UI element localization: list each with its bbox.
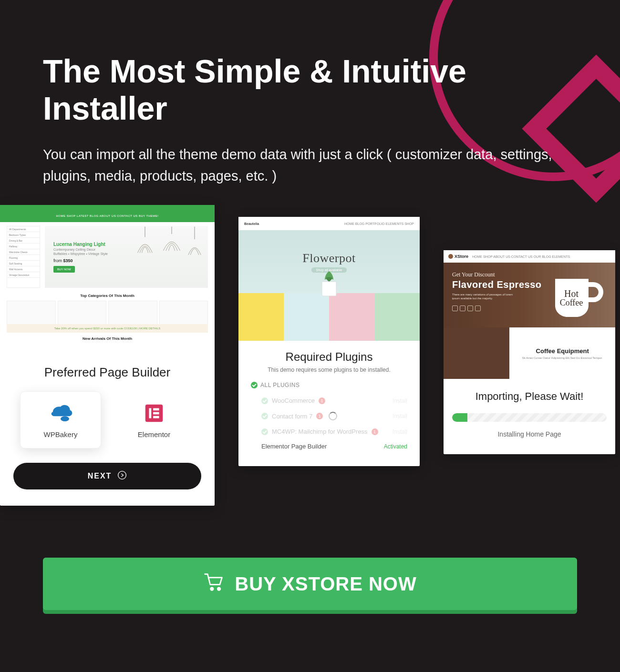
- sidebar-item: Soft Seating: [7, 261, 40, 266]
- category-tile: [58, 301, 107, 325]
- next-button[interactable]: NEXT: [13, 463, 201, 489]
- hero-product-sub: Contemporary Ceiling Decor: [53, 248, 108, 251]
- preview-nav: HOME SHOP LATEST BLOG ABOUT US CONTACT U…: [0, 210, 215, 222]
- svg-point-14: [211, 587, 214, 590]
- card3-title: Importing, Please Wait!: [452, 390, 607, 403]
- coffee-mug-icon: Hot Coffee: [547, 274, 604, 322]
- badge: 1: [372, 428, 378, 435]
- plugin-row: WooCommerce1 Install: [251, 393, 407, 408]
- plugin-name: WooCommerce: [272, 397, 315, 404]
- check-icon: [261, 413, 268, 419]
- page-title: The Most Simple & Intuitive Installer: [43, 52, 563, 127]
- plugin-row: Contact form 71 Install: [251, 408, 407, 424]
- plugin-name: MC4WP: Mailchimp for WordPress: [272, 428, 368, 435]
- lamp-icon: [161, 226, 182, 264]
- categories-title: Top Categories Of This Month: [7, 294, 208, 298]
- lamp-icon: [184, 226, 205, 264]
- preview-hero: Flowerpot Shop all available: [238, 230, 420, 293]
- svg-rect-5: [149, 408, 151, 418]
- sidebar-item: Wall Accents: [7, 266, 40, 272]
- sidebar-item: Bedroom Types: [7, 232, 40, 238]
- card2-preview: Beautella HOME BLOG PORTFOLIO ELEMENTS S…: [238, 217, 420, 341]
- sidebar-item: Dining & Bar: [7, 238, 40, 244]
- svg-rect-6: [153, 408, 159, 410]
- plugin-name: Contact form 7: [272, 413, 312, 420]
- sidebar-title: All Departments: [7, 226, 40, 232]
- check-icon: [251, 382, 258, 388]
- wpbakery-icon: [48, 402, 73, 427]
- svg-rect-7: [153, 412, 159, 414]
- sidebar-item: Wardrobe Chests: [7, 249, 40, 255]
- progress-fill: [452, 413, 467, 422]
- card1-title: Preferred Page Builder: [13, 365, 201, 380]
- builder-wpbakery[interactable]: WPBakery: [20, 391, 101, 448]
- cards-row: HOME SHOP LATEST BLOG ABOUT US CONTACT U…: [0, 205, 620, 506]
- builder-elementor[interactable]: Elementor: [114, 391, 195, 448]
- tile-title: Coffee Equipment: [536, 347, 589, 355]
- page-subtitle: You can import all the theme demo data w…: [43, 144, 563, 187]
- preview-hero: Lucerna Hanging Light Contemporary Ceili…: [45, 226, 208, 288]
- promo-banner: Take 20% off when you spend $150 or more…: [7, 324, 208, 333]
- plugin-action[interactable]: Install: [393, 428, 407, 435]
- progress-bar: [452, 413, 607, 422]
- plugin-row: Elementor Page Builder Activated: [251, 439, 407, 454]
- all-plugins-row: ALL PLUGINS: [251, 382, 407, 388]
- next-label: NEXT: [88, 472, 112, 480]
- sidebar-item: Flooring: [7, 255, 40, 261]
- svg-rect-10: [322, 282, 336, 296]
- svg-rect-8: [153, 416, 159, 418]
- preview-nav: Beautella HOME BLOG PORTFOLIO ELEMENTS S…: [238, 217, 420, 230]
- plugin-action[interactable]: Install: [393, 397, 407, 404]
- arrivals-title: New Arrivals Of This Month: [7, 336, 208, 341]
- preview-sidebar: All Departments Bedroom Types Dining & B…: [7, 226, 40, 288]
- preview-brand: Beautella: [244, 222, 259, 225]
- plugin-name: Elementor Page Builder: [261, 443, 327, 450]
- elementor-icon: [141, 402, 167, 427]
- import-status: Installing Home Page: [452, 430, 607, 438]
- flowerpot-icon: [312, 269, 346, 303]
- card2-subtitle: This demo requires some plugins to be in…: [251, 367, 407, 373]
- builder-label: WPBakery: [44, 430, 78, 438]
- preview-strip: Coffee Equipment Sit Amet Conse Ctetur A…: [444, 327, 615, 379]
- hero-product-tags: Buffables • Wispytree • Vintage Style: [53, 252, 108, 255]
- plugin-action[interactable]: Install: [393, 413, 407, 419]
- builder-choices: WPBakery Elementor: [13, 391, 201, 448]
- card3-preview: XStore HOME SHOP ABOUT US CONTACT US OUR…: [444, 250, 615, 379]
- card-plugins: Beautella HOME BLOG PORTFOLIO ELEMENTS S…: [238, 217, 420, 466]
- hero-product-title: Lucerna Hanging Light: [53, 242, 108, 247]
- cart-icon: [203, 571, 224, 597]
- lamp-icon: [134, 226, 155, 264]
- card1-preview: HOME SHOP LATEST BLOG ABOUT US CONTACT U…: [0, 205, 215, 353]
- category-tile: [7, 301, 56, 325]
- svg-text:Coffee: Coffee: [560, 298, 583, 307]
- preview-links: HOME BLOG PORTFOLIO ELEMENTS SHOP: [344, 222, 414, 225]
- card-page-builder: HOME SHOP LATEST BLOG ABOUT US CONTACT U…: [0, 205, 215, 506]
- badge: 1: [316, 413, 323, 419]
- category-tile: [159, 301, 208, 325]
- sidebar-item: Vintage Decoration: [7, 272, 40, 278]
- tile-text: Sit Amet Conse Ctetur Adipisicing Elit S…: [519, 356, 606, 359]
- builder-label: Elementor: [138, 430, 170, 438]
- hero-text: There are many variations of passages of…: [452, 293, 514, 301]
- preview-links: HOME SHOP ABOUT US CONTACT US OUR BLOG E…: [472, 255, 570, 258]
- sidebar-item: Hallway: [7, 244, 40, 249]
- arrow-right-icon: [117, 470, 127, 482]
- svg-point-3: [61, 416, 69, 421]
- check-icon: [261, 428, 268, 435]
- hero-price: from $350: [53, 258, 108, 263]
- hero-title: Flowerpot: [302, 251, 355, 265]
- all-plugins-label: ALL PLUGINS: [260, 382, 300, 388]
- buy-button[interactable]: BUY XSTORE NOW: [43, 558, 577, 610]
- card-importing: XStore HOME SHOP ABOUT US CONTACT US OUR…: [444, 250, 615, 454]
- hero-block: The Most Simple & Intuitive Installer Yo…: [43, 52, 563, 187]
- check-icon: [261, 397, 268, 404]
- svg-point-9: [118, 471, 126, 479]
- preview-categories: Top Categories Of This Month: [7, 294, 208, 325]
- hero-buy-btn: BUY NOW: [53, 266, 75, 273]
- buy-label: BUY XSTORE NOW: [235, 573, 416, 595]
- svg-point-15: [218, 587, 221, 590]
- card2-title: Required Plugins: [251, 350, 407, 364]
- preview-hero: Get Your Discount Flavored Espresso Ther…: [444, 263, 615, 327]
- plugin-action: Activated: [384, 443, 407, 450]
- badge: 1: [319, 397, 325, 404]
